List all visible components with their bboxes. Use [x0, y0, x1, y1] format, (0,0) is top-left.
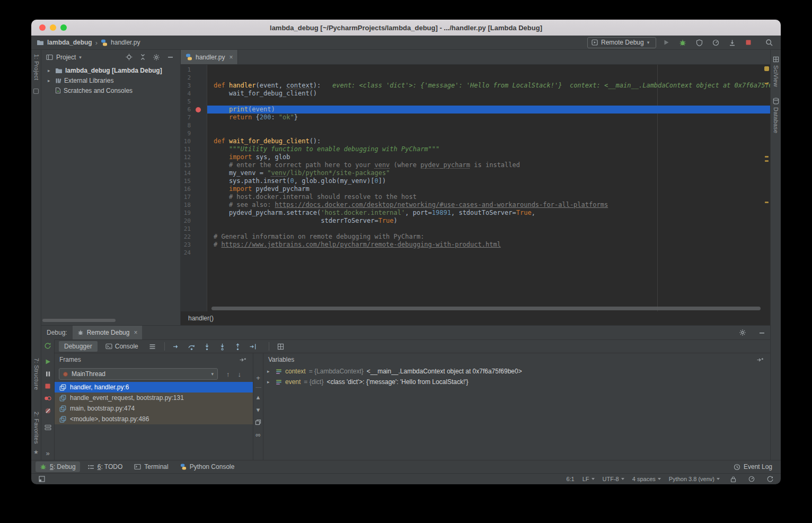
rerun-button[interactable]: [44, 342, 51, 350]
run-button[interactable]: [660, 37, 673, 48]
variable-row-context[interactable]: ▸ context = {LambdaContext} <__main__.La…: [263, 366, 770, 377]
search-everywhere-button[interactable]: [763, 37, 775, 48]
editor-code[interactable]: def handler(event, context): event: <cla…: [207, 65, 770, 311]
gutter-line-21[interactable]: 21: [181, 225, 207, 233]
code-line-18[interactable]: # see also: https://docs.docker.com/desk…: [207, 201, 770, 209]
tab-handler-py[interactable]: handler.py ×: [181, 50, 238, 64]
stripe-mark[interactable]: [765, 202, 769, 203]
tool-stripe-structure[interactable]: 7: Structure: [33, 358, 40, 390]
error-stripe[interactable]: [763, 65, 770, 311]
stop-button[interactable]: [742, 37, 755, 48]
layout-menu-button[interactable]: [146, 341, 159, 352]
lock-icon[interactable]: [728, 474, 738, 484]
expand-arrow-icon[interactable]: ▸: [48, 78, 52, 83]
tab-debugger[interactable]: Debugger: [59, 341, 98, 352]
refresh-icon[interactable]: [765, 474, 775, 484]
coverage-button[interactable]: [693, 37, 705, 48]
tree-item-lambda-debug[interactable]: ▸ lambda_debug [Lambda Debug]: [41, 65, 180, 75]
code-line-12[interactable]: import sys, glob: [207, 153, 770, 161]
gutter-line-13[interactable]: 13: [181, 161, 207, 169]
breakpoint-icon[interactable]: [196, 107, 201, 112]
titlebar[interactable]: lambda_debug [~/PycharmProjects/lambda_d…: [31, 20, 781, 36]
focus-on-frame-icon[interactable]: [237, 354, 248, 365]
hide-panel-button[interactable]: [165, 52, 175, 63]
tool-tab-python-console[interactable]: Python Console: [176, 461, 239, 472]
code-line-10[interactable]: def wait_for_debug_client():: [207, 137, 770, 145]
step-out-button[interactable]: [232, 341, 244, 352]
code-line-21[interactable]: [207, 225, 770, 233]
code-line-9[interactable]: [207, 129, 770, 137]
code-line-3[interactable]: def handler(event, context): event: <cla…: [207, 82, 770, 90]
debug-button[interactable]: [676, 37, 689, 48]
gutter-line-6[interactable]: 6: [181, 106, 207, 114]
gutter-line-10[interactable]: 10: [181, 137, 207, 145]
breadcrumb-project[interactable]: lambda_debug: [47, 39, 92, 46]
gutter-line-2[interactable]: 2: [181, 74, 207, 82]
locate-file-button[interactable]: [123, 52, 134, 63]
thread-select[interactable]: MainThread ▾: [59, 368, 218, 380]
code-line-15[interactable]: sys.path.insert(0, glob.glob(my_venv)[0]…: [207, 177, 770, 185]
view-breakpoints-button[interactable]: [44, 395, 51, 402]
variable-row-event[interactable]: ▸ event = {dict} <class 'dict'>: {'messa…: [263, 377, 770, 387]
more-actions-button[interactable]: »: [46, 450, 49, 457]
expand-arrow-icon[interactable]: ▸: [267, 369, 272, 374]
code-line-22[interactable]: # General information on remote debuggin…: [207, 233, 770, 241]
code-line-14[interactable]: my_venv = "venv/lib/python*/site-package…: [207, 169, 770, 177]
settings-gear-button[interactable]: [737, 327, 748, 338]
project-panel-title[interactable]: Project: [56, 54, 76, 61]
gutter-line-15[interactable]: 15: [181, 177, 207, 185]
previous-frame-button[interactable]: ↑: [226, 370, 230, 378]
frame-row-handle-event-request[interactable]: handle_event_request, bootstrap.py:131: [55, 393, 253, 403]
indent-widget[interactable]: 4 spaces: [632, 476, 661, 482]
inspections-hector-icon[interactable]: [746, 474, 757, 484]
gutter-line-22[interactable]: 22: [181, 233, 207, 241]
code-line-7[interactable]: return {200: "ok"}: [207, 114, 770, 121]
gutter-line-17[interactable]: 17: [181, 193, 207, 201]
tab-console[interactable]: Console: [100, 341, 144, 352]
tool-stripe-database[interactable]: Database: [773, 98, 779, 134]
gutter-line-4[interactable]: 4: [181, 90, 207, 98]
horizontal-scrollbar[interactable]: [42, 319, 116, 322]
encoding-widget[interactable]: UTF-8: [603, 476, 624, 482]
focus-on-variables-icon[interactable]: [755, 354, 765, 365]
tool-stripe-project[interactable]: 1: Project: [33, 54, 40, 80]
code-line-11[interactable]: """Utility function to enable debugging …: [207, 145, 770, 153]
caret-position-widget[interactable]: 6:1: [566, 476, 574, 482]
gutter-line-23[interactable]: 23: [181, 241, 207, 249]
line-separator-widget[interactable]: LF: [582, 476, 595, 482]
breadcrumb-function[interactable]: handler(): [188, 315, 214, 322]
interpreter-widget[interactable]: Python 3.8 (venv): [669, 476, 720, 482]
close-tab-icon[interactable]: ×: [229, 54, 233, 61]
stop-debug-button[interactable]: [45, 383, 51, 389]
code-line-19[interactable]: pydevd_pycharm.settrace('host.docker.int…: [207, 209, 770, 217]
close-window-button[interactable]: [39, 24, 46, 31]
expand-arrow-icon[interactable]: ▸: [267, 379, 272, 385]
code-line-5[interactable]: [207, 98, 770, 106]
expand-arrow-icon[interactable]: ▸: [48, 68, 52, 73]
run-config-select[interactable]: Remote Debug ▾: [587, 37, 656, 48]
show-execution-point-button[interactable]: [170, 341, 183, 352]
hide-panel-button[interactable]: [756, 327, 767, 338]
force-step-into-button[interactable]: [216, 341, 229, 352]
copy-value-button[interactable]: [255, 419, 261, 425]
event-log-button[interactable]: Event Log: [729, 461, 776, 472]
close-tab-icon[interactable]: ×: [134, 329, 137, 336]
code-line-8[interactable]: [207, 121, 770, 129]
code-line-13[interactable]: # enter the correct path here to your ve…: [207, 161, 770, 169]
tool-tab-todo[interactable]: 6: TODO: [83, 461, 127, 472]
zoom-window-button[interactable]: [60, 24, 67, 31]
profiler-button[interactable]: [709, 37, 722, 48]
pause-button[interactable]: [45, 371, 51, 377]
chevron-down-icon[interactable]: ▾: [79, 55, 82, 60]
gutter-line-5[interactable]: 5: [181, 98, 207, 106]
stripe-mark[interactable]: [765, 160, 769, 162]
step-over-button[interactable]: [186, 341, 198, 352]
view-as-table-button[interactable]: [275, 341, 287, 352]
tool-stripe-favorites[interactable]: 2: Favorites: [33, 412, 40, 444]
settings-gear-button[interactable]: [151, 52, 162, 63]
attach-debugger-button[interactable]: [726, 37, 738, 48]
editor-gutter[interactable]: 123456789101112131415161718192021222324: [181, 65, 207, 311]
code-line-2[interactable]: [207, 74, 770, 82]
gutter-line-14[interactable]: 14: [181, 169, 207, 177]
add-watch-button[interactable]: +: [256, 374, 260, 381]
